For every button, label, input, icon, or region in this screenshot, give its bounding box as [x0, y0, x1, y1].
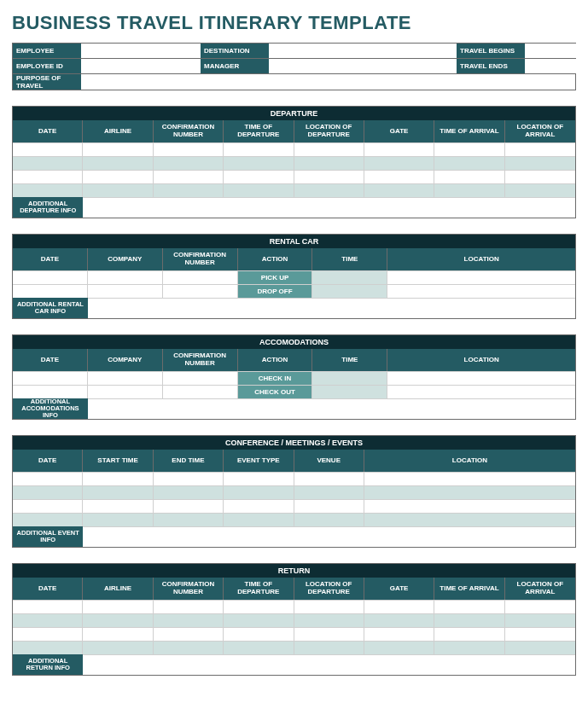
col-header: DATE [13, 450, 83, 472]
col-header: TIME [312, 349, 387, 371]
action-dropoff: DROP OFF [238, 284, 313, 298]
footer-value[interactable] [88, 298, 575, 318]
section-title-rental: RENTAL CAR [13, 235, 575, 248]
table-row[interactable]: CHECK IN [13, 371, 575, 385]
return-footer: ADDITIONAL RETURN INFO [13, 654, 575, 675]
col-header: ACTION [238, 248, 313, 270]
value-employee[interactable] [81, 44, 201, 59]
table-row[interactable] [13, 183, 575, 197]
col-header: COMPANY [88, 349, 163, 371]
value-travel-ends[interactable] [525, 59, 576, 74]
table-row[interactable]: PICK UP [13, 270, 575, 284]
col-header: CONFIRMATION NUMBER [154, 578, 224, 600]
label-destination: DESTINATION [201, 44, 269, 59]
table-row[interactable] [13, 641, 575, 654]
label-travel-ends: TRAVEL ENDS [457, 59, 525, 74]
col-header: CONFIRMATION NUMBER [154, 120, 224, 142]
value-destination[interactable] [269, 44, 457, 59]
value-employee-id[interactable] [81, 59, 201, 74]
table-row[interactable] [13, 627, 575, 641]
footer-value[interactable] [83, 526, 575, 547]
col-header: CONFIRMATION NUMBER [163, 349, 238, 371]
section-title-conference: CONFERENCE / MEETINGS / EVENTS [13, 436, 575, 450]
col-header: COMPANY [88, 248, 163, 270]
value-purpose[interactable] [81, 74, 575, 90]
footer-label: ADDITIONAL DEPARTURE INFO [13, 197, 83, 218]
col-header: GATE [364, 120, 434, 142]
col-header: TIME OF DEPARTURE [224, 578, 294, 600]
footer-label: ADDITIONAL RETURN INFO [13, 654, 83, 675]
col-header: EVENT TYPE [224, 450, 294, 472]
table-row[interactable] [13, 485, 575, 499]
departure-footer: ADDITIONAL DEPARTURE INFO [13, 197, 575, 218]
col-header: ACTION [238, 349, 313, 371]
col-header: LOCATION OF DEPARTURE [294, 120, 364, 142]
table-row[interactable] [13, 142, 575, 156]
action-checkout: CHECK OUT [238, 385, 313, 398]
return-header-row: DATE AIRLINE CONFIRMATION NUMBER TIME OF… [13, 578, 575, 600]
col-header: TIME [312, 248, 387, 270]
table-row[interactable] [13, 513, 575, 526]
table-row[interactable]: DROP OFF [13, 284, 575, 298]
section-return: RETURN DATE AIRLINE CONFIRMATION NUMBER … [12, 563, 576, 676]
label-purpose: PURPOSE OF TRAVEL [13, 74, 81, 90]
col-header: LOCATION [364, 450, 575, 472]
action-pickup: PICK UP [238, 270, 313, 284]
col-header: DATE [13, 120, 83, 142]
section-title-return: RETURN [13, 564, 575, 578]
col-header: TIME OF DEPARTURE [224, 120, 294, 142]
info-purpose-row: PURPOSE OF TRAVEL [12, 74, 576, 90]
table-row[interactable] [13, 170, 575, 183]
col-header: LOCATION [387, 248, 575, 270]
table-row[interactable] [13, 499, 575, 513]
col-header: DATE [13, 578, 83, 600]
label-employee: EMPLOYEE [13, 44, 81, 59]
table-row[interactable] [13, 613, 575, 627]
col-header: LOCATION OF ARRIVAL [505, 120, 575, 142]
table-row[interactable] [13, 472, 575, 485]
departure-header-row: DATE AIRLINE CONFIRMATION NUMBER TIME OF… [13, 120, 575, 142]
col-header: GATE [364, 578, 434, 600]
document-title: BUSINESS TRAVEL ITINERARY TEMPLATE [12, 12, 576, 34]
info-header-grid: EMPLOYEE DESTINATION TRAVEL BEGINS EMPLO… [12, 43, 576, 74]
col-header: START TIME [83, 450, 153, 472]
table-row[interactable] [13, 156, 575, 170]
footer-value[interactable] [88, 398, 575, 419]
value-travel-begins[interactable] [525, 44, 576, 59]
rental-footer: ADDITIONAL RENTAL CAR INFO [13, 298, 575, 318]
conf-header-row: DATE START TIME END TIME EVENT TYPE VENU… [13, 450, 575, 472]
col-header: TIME OF ARRIVAL [434, 578, 504, 600]
col-header: AIRLINE [83, 120, 153, 142]
footer-label: ADDITIONAL ACCOMODATIONS INFO [13, 398, 88, 419]
label-manager: MANAGER [201, 59, 269, 74]
section-departure: DEPARTURE DATE AIRLINE CONFIRMATION NUMB… [12, 106, 576, 218]
col-header: DATE [13, 248, 88, 270]
rental-header-row: DATE COMPANY CONFIRMATION NUMBER ACTION … [13, 248, 575, 270]
col-header: LOCATION OF ARRIVAL [505, 578, 575, 600]
table-row[interactable] [13, 600, 575, 613]
col-header: LOCATION OF DEPARTURE [294, 578, 364, 600]
label-travel-begins: TRAVEL BEGINS [457, 44, 525, 59]
col-header: TIME OF ARRIVAL [434, 120, 504, 142]
col-header: DATE [13, 349, 88, 371]
col-header: LOCATION [387, 349, 575, 371]
section-title-accomodations: ACCOMODATIONS [13, 335, 575, 349]
section-accomodations: ACCOMODATIONS DATE COMPANY CONFIRMATION … [12, 334, 576, 420]
col-header: CONFIRMATION NUMBER [163, 248, 238, 270]
section-rental: RENTAL CAR DATE COMPANY CONFIRMATION NUM… [12, 234, 576, 319]
col-header: END TIME [154, 450, 224, 472]
accom-footer: ADDITIONAL ACCOMODATIONS INFO [13, 398, 575, 419]
footer-label: ADDITIONAL EVENT INFO [13, 526, 83, 547]
section-title-departure: DEPARTURE [13, 107, 575, 120]
action-checkin: CHECK IN [238, 371, 313, 385]
label-employee-id: EMPLOYEE ID [13, 59, 81, 74]
footer-value[interactable] [83, 654, 575, 675]
conf-footer: ADDITIONAL EVENT INFO [13, 526, 575, 547]
col-header: AIRLINE [83, 578, 153, 600]
section-conference: CONFERENCE / MEETINGS / EVENTS DATE STAR… [12, 435, 576, 548]
accom-header-row: DATE COMPANY CONFIRMATION NUMBER ACTION … [13, 349, 575, 371]
value-manager[interactable] [269, 59, 457, 74]
footer-value[interactable] [83, 197, 575, 218]
table-row[interactable]: CHECK OUT [13, 385, 575, 398]
col-header: VENUE [294, 450, 364, 472]
